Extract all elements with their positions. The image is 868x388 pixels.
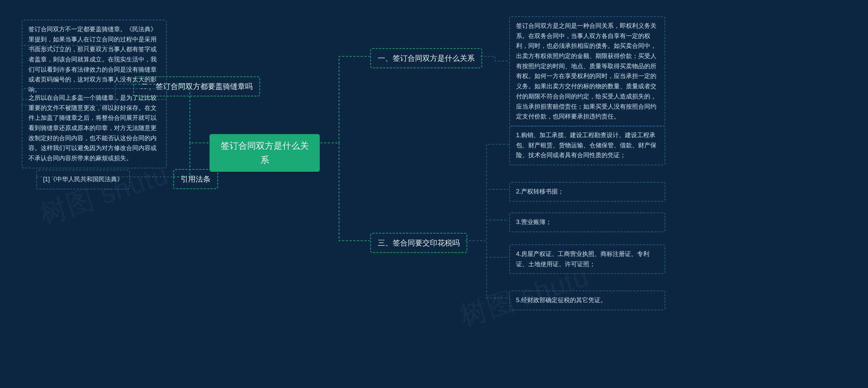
branch-three-leaf-3: 3.营业账簿； bbox=[509, 213, 665, 232]
branch-citation-leaf-1: [1]《中华人民共和国民法典》 bbox=[36, 170, 130, 189]
branch-three-leaf-5: 5.经财政部确定征税的其它凭证。 bbox=[509, 291, 665, 310]
branch-one[interactable]: 一、签订合同双方是什么关系 bbox=[370, 48, 482, 68]
branch-three[interactable]: 三、签合同要交印花税吗 bbox=[370, 233, 467, 253]
branch-two-leaf-2: 之所以在合同上多盖一个骑缝章，是为了让比较重要的文件不被随意更改，得以好好保存。… bbox=[22, 88, 167, 168]
branch-citation[interactable]: 引用法条 bbox=[173, 169, 218, 189]
root-node[interactable]: 签订合同双方是什么关系 bbox=[210, 134, 320, 172]
branch-two-leaf-1: 签订合同双方不一定都要盖骑缝章。《民法典》里提到，如果当事人在订立合同的过程中是… bbox=[22, 20, 167, 100]
branch-three-leaf-2: 2.产权转移书据； bbox=[509, 182, 665, 202]
branch-three-leaf-1: 1.购销、加工承揽、建设工程勘查设计、建设工程承包、财产租赁、货物运输、仓储保管… bbox=[509, 126, 665, 165]
branch-three-leaf-4: 4.房屋产权证、工商营业执照、商标注册证、专利证、土地使用证、许可证照； bbox=[509, 244, 665, 274]
branch-one-leaf-1: 签订合同双方是之间是一种合同关系，即权利义务关系。在双务合同中，当事人双方各自享… bbox=[509, 16, 665, 127]
